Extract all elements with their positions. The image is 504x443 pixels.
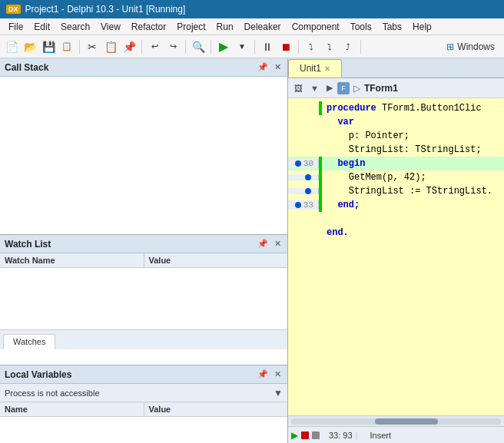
left-panel: Call Stack 📌 ✕ Watch List 📌 ✕ Watch Name bbox=[0, 58, 288, 443]
menu-help[interactable]: Help bbox=[407, 20, 437, 34]
toolbar-sep-5 bbox=[254, 40, 255, 54]
menu-file[interactable]: File bbox=[3, 20, 28, 34]
redo-button[interactable]: ↪ bbox=[164, 38, 181, 55]
code-line-4: StringList: TStringList; bbox=[288, 143, 504, 157]
step-over-button[interactable]: ⤵ bbox=[303, 38, 320, 55]
call-stack-pin-button[interactable]: 📌 bbox=[256, 61, 270, 73]
tab-unit1[interactable]: Unit1 ✕ bbox=[288, 59, 342, 78]
toolbar-sep-3 bbox=[185, 40, 186, 54]
watch-table-header: Watch Name Value bbox=[0, 253, 287, 268]
line-code-4: StringList: TStringList; bbox=[322, 143, 482, 157]
call-stack-section: Call Stack 📌 ✕ bbox=[0, 58, 287, 235]
menu-tabs[interactable]: Tabs bbox=[377, 20, 407, 34]
editor-scrollbar[interactable] bbox=[288, 415, 504, 426]
code-line-1: procedure TForm1.Button1Clic bbox=[288, 101, 504, 115]
menu-run[interactable]: Run bbox=[211, 20, 239, 34]
line-code-5: begin bbox=[322, 157, 365, 170]
menu-refactor[interactable]: Refactor bbox=[126, 20, 171, 34]
local-vars-header: Local Variables 📌 ✕ bbox=[0, 365, 287, 384]
gutter-8: 33 bbox=[288, 200, 319, 210]
step-out-button[interactable]: ⤴ bbox=[340, 38, 356, 55]
watch-list-controls: 📌 ✕ bbox=[256, 238, 283, 250]
stop-button[interactable]: ⏹ bbox=[277, 38, 294, 55]
status-sep: | bbox=[356, 431, 358, 440]
main-layout: Call Stack 📌 ✕ Watch List 📌 ✕ Watch Name bbox=[0, 58, 504, 443]
open-button[interactable]: 📂 bbox=[22, 38, 38, 55]
gutter-6 bbox=[288, 174, 319, 180]
back-button[interactable]: 🖼 bbox=[291, 82, 306, 94]
vars-body bbox=[0, 417, 287, 443]
menu-edit[interactable]: Edit bbox=[28, 20, 55, 34]
code-line-6: GetMem(p, 42); bbox=[288, 170, 504, 184]
local-vars-title: Local Variables bbox=[5, 369, 71, 380]
search-button[interactable]: 🔍 bbox=[190, 38, 207, 55]
code-line-5: 30 begin bbox=[288, 157, 504, 170]
breakpoint-dot-7 bbox=[305, 188, 311, 194]
save-button[interactable]: 💾 bbox=[40, 38, 57, 55]
local-vars-controls: 📌 ✕ bbox=[256, 369, 283, 380]
local-vars-pin-button[interactable]: 📌 bbox=[256, 369, 270, 380]
windows-icon: ⊞ bbox=[446, 41, 454, 52]
watch-tabs: Watches bbox=[0, 329, 287, 349]
tab-unit1-close-icon[interactable]: ✕ bbox=[324, 64, 330, 73]
dx-logo: DX bbox=[6, 5, 21, 14]
local-vars-close-button[interactable]: ✕ bbox=[273, 369, 283, 380]
vars-table-header: Name Value bbox=[0, 402, 287, 417]
window-title: Project1 - Delphi 10.3 - Unit1 [Running] bbox=[25, 4, 186, 15]
editor-toolbar: 🖼 ▼ ▶ F ▷ TForm1 bbox=[288, 78, 504, 98]
toolbar: 📄 📂 💾 📋 ✂ 📋 📌 ↩ ↪ 🔍 ▶ ▼ ⏸ ⏹ ⤵ ⤵ ⤴ ⊞ Wind… bbox=[0, 35, 504, 58]
form-icon: F bbox=[337, 82, 350, 94]
menu-view[interactable]: View bbox=[95, 20, 126, 34]
pause-button[interactable]: ⏸ bbox=[259, 38, 276, 55]
code-content: procedure TForm1.Button1Clic var p: Poin… bbox=[288, 98, 504, 243]
watch-list-pin-button[interactable]: 📌 bbox=[256, 238, 270, 250]
watch-col-name: Watch Name bbox=[0, 253, 144, 267]
save-all-button[interactable]: 📋 bbox=[58, 38, 75, 55]
watches-tab[interactable]: Watches bbox=[3, 334, 55, 349]
windows-label: Windows bbox=[457, 41, 495, 52]
watch-list-content: Watch Name Value Watches bbox=[0, 253, 287, 365]
menu-deleaker[interactable]: Deleaker bbox=[239, 20, 287, 34]
breakpoint-dot-5 bbox=[295, 160, 301, 167]
undo-button[interactable]: ↩ bbox=[146, 38, 163, 55]
breakpoint-dot-8 bbox=[295, 202, 301, 208]
menu-project[interactable]: Project bbox=[171, 20, 211, 34]
code-editor[interactable]: procedure TForm1.Button1Clic var p: Poin… bbox=[288, 98, 504, 415]
process-bar: Process is not accessible ▼ bbox=[0, 384, 287, 402]
vars-col-name: Name bbox=[0, 402, 144, 416]
code-line-9 bbox=[288, 212, 504, 226]
menu-bar: File Edit Search View Refactor Project R… bbox=[0, 18, 504, 35]
code-line-2: var bbox=[288, 115, 504, 129]
cut-button[interactable]: ✂ bbox=[84, 38, 101, 55]
tab-unit1-label: Unit1 bbox=[300, 63, 321, 74]
step-into-button[interactable]: ⤵ bbox=[321, 38, 338, 55]
scroll-thumb[interactable] bbox=[375, 418, 438, 425]
toolbar-sep-4 bbox=[211, 40, 211, 54]
call-stack-title: Call Stack bbox=[5, 62, 48, 73]
new-file-button[interactable]: 📄 bbox=[3, 38, 20, 55]
watch-list-close-button[interactable]: ✕ bbox=[273, 238, 283, 250]
process-chevron-icon[interactable]: ▼ bbox=[274, 388, 283, 398]
editor-statusbar: ▶ 33: 93 | Insert bbox=[288, 426, 504, 443]
local-vars-section: Local Variables 📌 ✕ Process is not acces… bbox=[0, 365, 287, 443]
title-bar: DX Project1 - Delphi 10.3 - Unit1 [Runni… bbox=[0, 0, 504, 18]
scroll-track[interactable] bbox=[291, 418, 501, 425]
menu-search[interactable]: Search bbox=[55, 20, 95, 34]
run-button[interactable]: ▶ bbox=[215, 38, 232, 55]
green-bar-9 bbox=[319, 212, 322, 226]
paste-button[interactable]: 📌 bbox=[121, 38, 138, 55]
line-code-2: var bbox=[322, 115, 354, 129]
local-vars-content: Process is not accessible ▼ Name Value bbox=[0, 384, 287, 443]
vars-col-value: Value bbox=[144, 402, 288, 416]
copy-button[interactable]: 📋 bbox=[102, 38, 119, 55]
stop-indicator-icon bbox=[301, 431, 309, 439]
breakpoint-dot-6 bbox=[305, 174, 311, 180]
menu-component[interactable]: Component bbox=[287, 20, 345, 34]
toolbar-sep-2 bbox=[141, 40, 142, 54]
run-dropdown-button[interactable]: ▼ bbox=[234, 38, 250, 55]
call-stack-close-button[interactable]: ✕ bbox=[273, 61, 283, 73]
forward-button[interactable]: ▶ bbox=[323, 81, 336, 94]
code-line-3: p: Pointer; bbox=[288, 129, 504, 143]
process-text: Process is not accessible bbox=[5, 388, 100, 398]
menu-tools[interactable]: Tools bbox=[345, 20, 377, 34]
